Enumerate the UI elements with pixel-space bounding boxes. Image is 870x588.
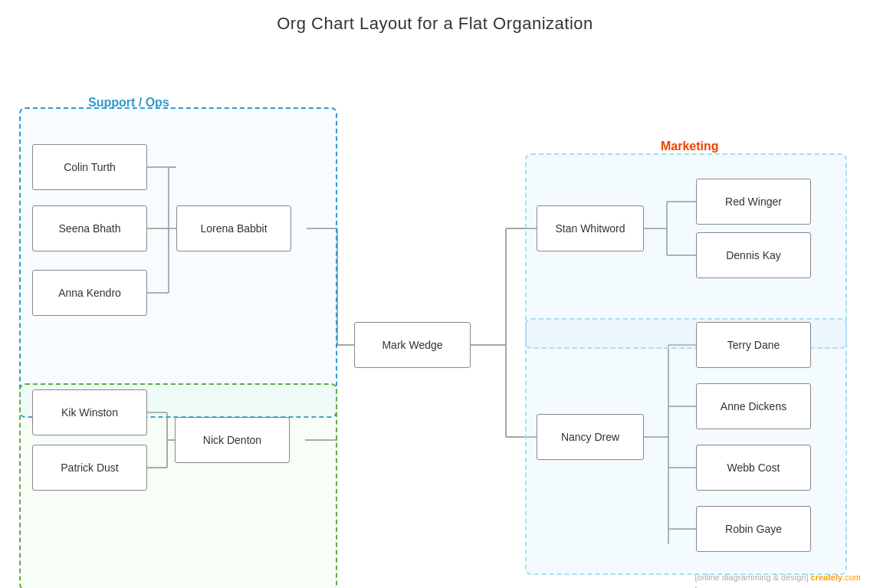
node-anne-dickens[interactable]: Anne Dickens bbox=[696, 383, 811, 429]
brand-name: creately bbox=[811, 573, 843, 582]
node-patrick-dust[interactable]: Patrick Dust bbox=[32, 445, 147, 491]
node-colin-turth[interactable]: Colin Turth bbox=[32, 144, 147, 190]
dot-com: .com bbox=[842, 573, 861, 582]
node-seena-bhath[interactable]: Seena Bhath bbox=[32, 205, 147, 251]
development-label: Development bbox=[667, 585, 734, 588]
node-lorena-babbit[interactable]: Lorena Babbit bbox=[176, 205, 291, 251]
page-title: Org Chart Layout for a Flat Organization bbox=[0, 0, 870, 34]
node-red-winger[interactable]: Red Winger bbox=[696, 179, 811, 225]
node-dennis-kay[interactable]: Dennis Kay bbox=[696, 232, 811, 278]
node-nancy-drew[interactable]: Nancy Drew bbox=[537, 414, 644, 460]
marketing-label: Marketing bbox=[661, 140, 719, 153]
node-anna-kendro[interactable]: Anna Kendro bbox=[32, 270, 147, 316]
node-webb-cost[interactable]: Webb Cost bbox=[696, 445, 811, 491]
node-robin-gaye[interactable]: Robin Gaye bbox=[696, 506, 811, 552]
node-terry-dane[interactable]: Terry Dane bbox=[696, 322, 811, 368]
node-stan-whitword[interactable]: Stan Whitword bbox=[537, 205, 644, 251]
watermark: [online diagramming & design] creately.c… bbox=[695, 573, 861, 582]
node-kik-winston[interactable]: Kik Winston bbox=[32, 389, 147, 435]
node-mark-wedge[interactable]: Mark Wedge bbox=[354, 322, 471, 368]
support-ops-label: Support / Ops bbox=[88, 96, 169, 110]
node-nick-denton[interactable]: Nick Denton bbox=[175, 417, 290, 463]
